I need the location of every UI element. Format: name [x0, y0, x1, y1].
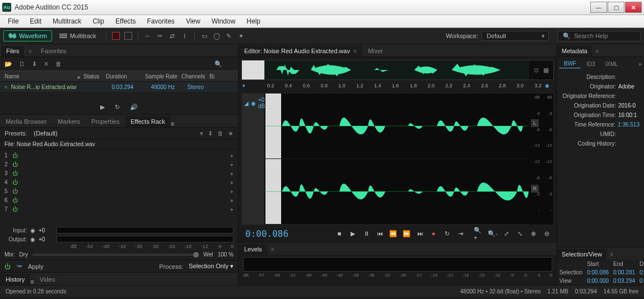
menu-file[interactable]: File: [2, 16, 24, 27]
overview-waveform[interactable]: [265, 60, 529, 80]
fx-slot[interactable]: 1⏻▸: [0, 151, 238, 160]
power-icon[interactable]: ⏻: [12, 197, 18, 203]
maximize-button[interactable]: ▢: [608, 2, 624, 13]
preset-dropdown-icon[interactable]: ▾: [200, 130, 203, 137]
preset-save-icon[interactable]: ⬇: [208, 130, 213, 137]
power-icon[interactable]: ⏻: [12, 179, 18, 185]
col-sample-rate[interactable]: Sample Rate: [145, 73, 181, 80]
workspace-select[interactable]: Default: [482, 31, 549, 41]
power-icon[interactable]: ⏻: [12, 188, 18, 194]
right-channel-waveform[interactable]: R: [265, 159, 529, 225]
mixer-tab[interactable]: Mixer: [362, 45, 389, 57]
view-duration[interactable]: 0:03.294: [637, 277, 644, 285]
trash-icon[interactable]: 🗑: [55, 60, 62, 67]
tab-effects-rack[interactable]: Effects Rack: [125, 116, 171, 127]
open-file-icon[interactable]: 📂: [4, 60, 12, 68]
spot-healing-tool[interactable]: ✦: [236, 31, 246, 40]
menu-help[interactable]: Help: [241, 16, 266, 27]
tab-favorites[interactable]: Favorites: [35, 45, 72, 57]
close-file-icon[interactable]: ✕: [44, 60, 49, 68]
gain-value[interactable]: +0 dB: [258, 97, 265, 109]
col-channels[interactable]: Channels: [181, 73, 209, 80]
spectral-frequency-button[interactable]: [111, 31, 121, 40]
view-start[interactable]: 0:00.000: [585, 277, 611, 285]
menu-view[interactable]: View: [180, 16, 206, 27]
record-button[interactable]: ●: [428, 228, 439, 239]
close-button[interactable]: ✕: [625, 2, 642, 13]
selection-end[interactable]: 0:00.281: [611, 268, 637, 277]
power-icon[interactable]: ⏻: [12, 161, 18, 167]
skip-selection-button[interactable]: ⇥: [455, 228, 466, 239]
files-tab-menu[interactable]: ≡: [25, 46, 35, 57]
left-channel-waveform[interactable]: L: [265, 94, 529, 159]
stop-button[interactable]: ■: [334, 228, 345, 239]
meta-orig-time-value[interactable]: 16:00:1: [618, 112, 640, 118]
tab-properties[interactable]: Properties: [86, 116, 125, 127]
go-to-end-button[interactable]: ⏭: [414, 228, 426, 239]
chevron-right-icon[interactable]: ▸: [231, 206, 234, 212]
power-icon[interactable]: ⏻: [12, 206, 18, 212]
zoom-in-point-button[interactable]: ⊕: [528, 228, 539, 239]
mix-percent[interactable]: 100 %: [218, 251, 234, 258]
fx-slot[interactable]: 7⏻▸: [0, 204, 238, 213]
file-row[interactable]: ≈ Noise R...io Extracted.wav 0:03.294 48…: [0, 82, 238, 92]
overview-bar[interactable]: ⊙ ▦: [241, 60, 554, 80]
files-search-icon[interactable]: 🔍: [214, 60, 222, 68]
sort-arrow-icon[interactable]: ▴: [77, 73, 80, 80]
chevron-right-icon[interactable]: ▸: [231, 152, 234, 158]
menu-favorites[interactable]: Favorites: [142, 16, 180, 27]
selection-duration[interactable]: 0:00.195: [637, 268, 644, 277]
input-knob-icon[interactable]: ◉: [30, 227, 35, 233]
mix-slider[interactable]: [32, 254, 199, 256]
chevron-right-icon[interactable]: ▸: [231, 179, 234, 185]
selection-start[interactable]: 0:00.086: [585, 268, 611, 277]
spectral-pitch-button[interactable]: [123, 31, 133, 40]
menu-effects[interactable]: Effects: [110, 16, 141, 27]
auto-play-icon[interactable]: ↻: [115, 104, 120, 111]
fx-slot[interactable]: 2⏻▸: [0, 160, 238, 169]
chevron-right-icon[interactable]: ▸: [231, 161, 234, 167]
chevron-right-icon[interactable]: ▸: [231, 170, 234, 176]
meta-originator-ref-value[interactable]: [618, 93, 640, 99]
menu-window[interactable]: Window: [206, 16, 241, 27]
brush-tool[interactable]: ✎: [224, 31, 234, 40]
volume-icon[interactable]: ◢: [244, 100, 249, 106]
chevron-right-icon[interactable]: ▸: [231, 188, 234, 194]
zoom-full-button[interactable]: ⤢: [501, 228, 512, 239]
chevron-right-icon[interactable]: ▸: [231, 197, 234, 203]
time-selection-tool[interactable]: I: [180, 31, 190, 40]
view-end[interactable]: 0:03.294: [611, 277, 637, 285]
lasso-tool[interactable]: ◯: [212, 31, 222, 40]
editor-tab[interactable]: Editor: Noise Red Audio Extracted.wav ≡: [239, 45, 362, 57]
preset-star-icon[interactable]: ★: [228, 130, 234, 137]
tab-levels[interactable]: Levels: [239, 244, 268, 255]
play-icon[interactable]: ▶: [100, 104, 105, 111]
output-knob-icon[interactable]: ◉: [30, 236, 35, 242]
waveform-display[interactable]: ◢◉+0 dB L R: [241, 93, 554, 225]
zoom-out-point-button[interactable]: ⊖: [541, 228, 552, 239]
meta-time-ref-value[interactable]: 1:36.513: [618, 122, 640, 128]
output-gain[interactable]: +0: [39, 236, 53, 242]
move-tool[interactable]: ↔: [143, 31, 153, 40]
loop-button[interactable]: ↻: [441, 228, 452, 239]
metadata-menu[interactable]: ≡: [592, 45, 602, 57]
waveform-mode-button[interactable]: Waveform: [3, 30, 52, 41]
meta-coding-value[interactable]: [618, 141, 640, 147]
col-bit[interactable]: Bi: [209, 73, 214, 80]
input-gain[interactable]: +0: [39, 227, 53, 233]
process-mode-select[interactable]: Selection Only ▾: [189, 263, 234, 270]
fx-slot[interactable]: 5⏻▸: [0, 186, 238, 195]
tab-files[interactable]: Files: [0, 45, 25, 57]
meta-description-value[interactable]: [618, 74, 640, 80]
playhead-marker-icon[interactable]: ▾: [242, 83, 245, 88]
menu-edit[interactable]: Edit: [24, 16, 47, 27]
power-icon[interactable]: ⏻: [12, 152, 18, 158]
loop-icon[interactable]: 🔊: [130, 104, 138, 111]
col-name[interactable]: Name: [4, 73, 83, 80]
rack-list-icon[interactable]: ≔: [16, 263, 22, 270]
meta-umid-value[interactable]: [618, 131, 640, 137]
subtab-ixml[interactable]: iXML: [601, 60, 623, 68]
zoom-navigator-icon[interactable]: ⊙: [534, 67, 539, 74]
fx-slot[interactable]: 6⏻▸: [0, 195, 238, 204]
menu-multitrack[interactable]: Multitrack: [47, 16, 87, 27]
